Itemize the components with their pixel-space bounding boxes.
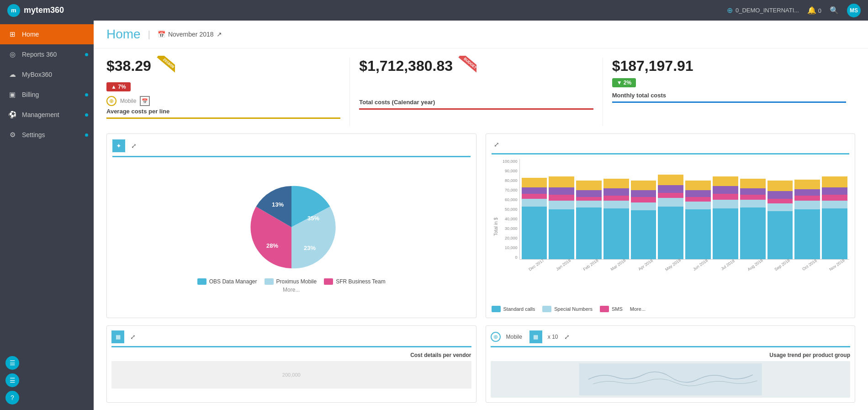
bar-segment	[822, 176, 847, 187]
legend-obs: OBS Data Manager	[197, 278, 257, 285]
sidebar-item-label: Billing	[22, 91, 39, 98]
bar-segment	[522, 207, 547, 260]
bar-segment	[794, 180, 820, 189]
bar-chart-container: Total in $ 100,000 90,000 80,000 70,000 …	[492, 159, 850, 312]
sidebar-item-billing[interactable]: ▣ Billing	[0, 85, 94, 105]
sidebar-nav: ⊞ Home ◎ Reports 360 ☁ MyBox360 ▣ Billin…	[0, 21, 94, 351]
cost-expand-icon[interactable]: ⤢	[128, 332, 138, 342]
bar-segment	[685, 181, 711, 190]
usage-expand-icon[interactable]: ⤢	[562, 332, 572, 342]
notification-count: 0	[818, 7, 821, 14]
total-cost-bar	[359, 108, 593, 110]
bar-segment	[767, 191, 793, 199]
legend-swatch-sms	[600, 306, 609, 312]
sidebar-item-mybox360[interactable]: ☁ MyBox360	[0, 64, 94, 85]
bar-segment	[522, 199, 547, 207]
legend-swatch-standard	[492, 306, 501, 312]
bar-segment	[631, 181, 656, 190]
avg-cost-change: ▲ 7%	[106, 82, 131, 91]
search-icon[interactable]: 🔍	[830, 6, 839, 15]
sidebar-bottom-icon-help[interactable]: ?	[5, 391, 19, 405]
usage-mobile-label: Mobile	[506, 334, 522, 340]
billing-dot	[85, 93, 88, 96]
sidebar-item-management[interactable]: ⚽ Management	[0, 105, 94, 125]
bar-segment	[713, 200, 738, 208]
bar-group	[549, 176, 574, 259]
bottom-panel-usage-trend: ⊕ Mobile ▦ x 10 ⤢ Usage trend per produc…	[486, 325, 856, 403]
settings-dot	[85, 133, 88, 137]
bar-segment	[576, 197, 602, 201]
bar-segment	[603, 208, 629, 259]
bar-segment	[822, 208, 847, 259]
bottom-panel-cost-header: ▦ ⤢	[111, 330, 471, 343]
bar-segment	[794, 196, 820, 201]
bar-segment	[631, 197, 656, 203]
bar-segment	[713, 208, 738, 259]
bar-segment	[685, 209, 711, 259]
mobile-label: Mobile	[120, 98, 136, 104]
legend-label-proximus: Proximus Mobile	[276, 278, 317, 285]
brand-icon: m	[7, 4, 20, 17]
settings-icon: ⚙	[8, 131, 16, 139]
pie-label-23: 23%	[304, 245, 316, 251]
notifications[interactable]: 🔔 0	[807, 6, 821, 15]
stat-total-cost: $1,712,380.83 BUDGET Total costs (Calend…	[359, 58, 603, 126]
sidebar-bottom-icon-1[interactable]: ☰	[5, 356, 19, 370]
bar-segment	[549, 195, 574, 201]
brand[interactable]: m mytem360	[7, 4, 64, 17]
sidebar-item-settings[interactable]: ⚙ Settings	[0, 125, 94, 145]
external-link-icon[interactable]: ↗	[217, 31, 222, 38]
bar-segment	[794, 201, 820, 209]
bar-segment	[631, 202, 656, 210]
bar-group	[794, 180, 820, 259]
bars-container	[519, 159, 850, 260]
bar-group	[631, 181, 656, 259]
date-text: November 2018	[168, 31, 214, 38]
legend-more-label: More...	[630, 306, 646, 312]
bar-segment	[767, 211, 793, 259]
ribbon-budget: BUDGET	[458, 56, 476, 74]
sidebar-bottom-icon-2[interactable]: ☰	[5, 373, 19, 387]
bar-segment	[522, 194, 547, 199]
sidebar-item-label: Reports 360	[22, 51, 57, 58]
pie-expand-icon[interactable]: ⤢	[129, 141, 139, 151]
usage-table-icon: ▦	[529, 330, 542, 343]
globe-icon: ⊕	[106, 96, 116, 106]
stat-monthly-cost: $187,197.91 ▼ 2% Monthly total costs	[612, 58, 855, 126]
avg-cost-label: Average costs per line	[106, 108, 169, 115]
page-title: Home	[106, 27, 141, 42]
legend-sfr: SFR Business Team	[324, 278, 386, 285]
bar-expand-icon[interactable]: ⤢	[492, 139, 502, 149]
pie-more-link[interactable]: More...	[283, 287, 300, 293]
pie-label-35: 35%	[307, 215, 319, 222]
bar-legend: Standard calls Special Numbers SMS More.…	[492, 306, 850, 312]
legend-label-obs: OBS Data Manager	[209, 278, 257, 285]
bar-segment	[522, 187, 547, 194]
cost-title-bar	[111, 346, 471, 347]
legend-label-standard: Standard calls	[503, 306, 535, 312]
calendar-icon: 📅	[140, 96, 150, 106]
monthly-cost-bar	[612, 101, 846, 103]
total-cost-value: $1,712,380.83	[359, 58, 453, 75]
legend-swatch-obs	[197, 278, 206, 285]
sidebar-item-home[interactable]: ⊞ Home	[0, 24, 94, 44]
bar-segment	[658, 198, 683, 207]
stats-row: $38.29 2018/09 ▲ 7% ⊕ Mobile 📅 Average c…	[94, 48, 868, 126]
navbar-right: ⊕ 0_DEMO_INTERNATI... 🔔 0 🔍 MS	[727, 4, 861, 17]
legend-more[interactable]: More...	[630, 306, 646, 312]
username: 0_DEMO_INTERNATI...	[736, 7, 799, 14]
sidebar-item-reports360[interactable]: ◎ Reports 360	[0, 44, 94, 64]
avatar[interactable]: MS	[847, 4, 861, 17]
home-icon: ⊞	[8, 30, 16, 38]
legend-swatch-proximus	[265, 278, 274, 285]
billing-icon: ▣	[8, 91, 16, 99]
bar-chart-header: ⤢	[492, 139, 850, 149]
pie-chart-svg: 35% 23% 28% 13%	[246, 181, 337, 273]
sidebar-bottom: ☰ ☰ ?	[0, 351, 94, 410]
bar-group	[603, 179, 629, 259]
sidebar-item-label: MyBox360	[22, 71, 52, 78]
usage-trend-label: Usage trend per product group	[491, 352, 851, 358]
pie-container: 35% 23% 28% 13% OBS Data Manager Proximu…	[112, 162, 471, 312]
bar-segment	[658, 193, 683, 198]
bar-chart-panel: ⤢ Total in $ 100,000 90,000 80,000	[486, 133, 856, 318]
